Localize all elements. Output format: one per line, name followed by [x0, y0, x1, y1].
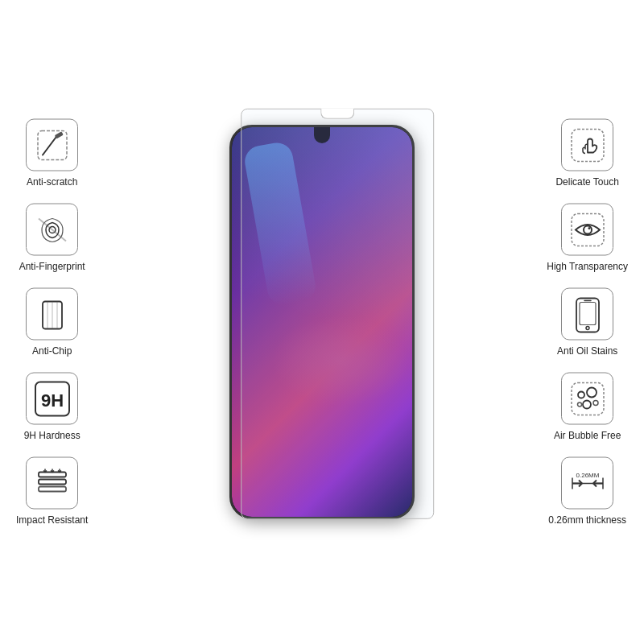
svg-point-28	[583, 400, 591, 408]
anti-chip-icon-box	[26, 288, 78, 341]
feature-impact-resistant: Impact Resistant	[16, 457, 88, 526]
impact-resistant-icon-box	[26, 457, 78, 510]
air-bubble-free-icon-box	[561, 373, 613, 425]
thickness-icon: 0.26MM	[568, 464, 608, 502]
chip-icon	[36, 296, 68, 332]
glass-protector	[241, 109, 434, 519]
impact-icon	[32, 465, 72, 501]
svg-rect-13	[39, 486, 66, 491]
delicate-touch-label: Delicate Touch	[555, 176, 619, 188]
svg-point-30	[577, 402, 581, 407]
feature-anti-chip: Anti-Chip	[16, 288, 88, 357]
svg-point-19	[584, 225, 592, 233]
high-transparency-icon-box	[561, 204, 613, 256]
svg-rect-25	[572, 382, 604, 415]
feature-delicate-touch: Delicate Touch	[547, 119, 628, 188]
bubbles-icon	[569, 380, 606, 417]
feature-air-bubble-free: Air Bubble Free	[547, 373, 628, 441]
9h-icon: 9H	[32, 378, 72, 419]
features-right: Delicate Touch High Transparency	[547, 119, 628, 526]
svg-point-26	[578, 391, 584, 398]
9h-hardness-icon-box: 9H	[26, 373, 78, 425]
feature-anti-oil-stains: Anti Oil Stains	[547, 288, 628, 357]
anti-scratch-icon-box	[26, 119, 78, 171]
impact-resistant-label: Impact Resistant	[16, 514, 88, 526]
anti-fingerprint-icon-box	[26, 204, 78, 256]
feature-anti-fingerprint: Anti-Fingerprint	[16, 204, 88, 272]
feature-anti-scratch: Anti-scratch	[16, 119, 88, 188]
svg-text:9H: 9H	[41, 390, 64, 410]
phone-outline-icon	[572, 295, 604, 332]
air-bubble-free-label: Air Bubble Free	[554, 430, 621, 441]
svg-rect-12	[39, 479, 66, 484]
feature-9h-hardness: 9H 9H Hardness	[16, 373, 88, 441]
9h-hardness-label: 9H Hardness	[24, 430, 80, 441]
svg-point-23	[586, 326, 589, 329]
anti-oil-stains-icon-box	[561, 288, 613, 341]
phone-wrapper	[229, 125, 415, 519]
feature-high-transparency: High Transparency	[547, 204, 628, 272]
svg-point-20	[588, 227, 590, 229]
anti-oil-stains-label: Anti Oil Stains	[557, 345, 617, 357]
anti-scratch-label: Anti-scratch	[27, 176, 77, 188]
thickness-label: 0.26mm thickness	[548, 514, 626, 526]
anti-fingerprint-label: Anti-Fingerprint	[19, 261, 85, 272]
eye-icon	[569, 211, 606, 248]
scratch-icon	[35, 127, 70, 163]
svg-line-1	[43, 135, 57, 155]
features-left: Anti-scratch Anti-Fingerprint	[16, 119, 88, 526]
anti-chip-label: Anti-Chip	[32, 345, 72, 357]
feature-thickness: 0.26MM 0.26mm thickness	[547, 457, 628, 526]
svg-point-29	[593, 400, 598, 405]
svg-text:0.26MM: 0.26MM	[576, 471, 599, 478]
thickness-icon-box: 0.26MM	[561, 457, 613, 510]
svg-rect-22	[580, 302, 596, 324]
high-transparency-label: High Transparency	[547, 261, 628, 272]
delicate-touch-icon-box	[561, 119, 613, 171]
svg-point-27	[587, 387, 597, 397]
main-container: Anti-scratch Anti-Fingerprint	[0, 0, 644, 644]
touch-icon	[569, 126, 606, 163]
fingerprint-icon	[35, 212, 70, 247]
